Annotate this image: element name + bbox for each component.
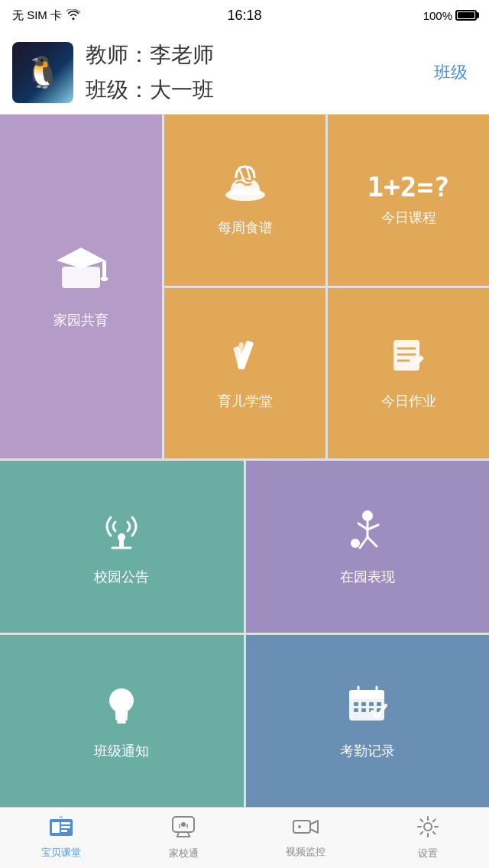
header: 教师：李老师 班级：大一班 班级 bbox=[0, 31, 489, 115]
attendance-icon bbox=[345, 682, 390, 734]
tab-baobei-label: 宝贝课堂 bbox=[41, 846, 81, 860]
status-bar: 无 SIM 卡 16:18 100% bbox=[0, 0, 489, 31]
row-4: 班级通知 bbox=[0, 635, 489, 807]
performance-tile[interactable]: 在园表现 bbox=[246, 461, 490, 633]
svg-point-51 bbox=[424, 823, 432, 831]
svg-rect-37 bbox=[361, 708, 366, 712]
status-right: 100% bbox=[423, 9, 477, 22]
homework-icon bbox=[387, 336, 429, 384]
header-info: 教师：李老师 班级：大一班 bbox=[73, 40, 425, 105]
course-label: 今日课程 bbox=[381, 209, 436, 227]
battery-percentage: 100% bbox=[423, 9, 452, 22]
svg-point-50 bbox=[298, 825, 301, 828]
row-1-2: 家园共育 bbox=[0, 115, 489, 458]
homework-label: 今日作业 bbox=[381, 392, 436, 410]
tab-settings-icon bbox=[416, 815, 439, 844]
svg-marker-1 bbox=[57, 248, 105, 268]
main-content: 家园共育 bbox=[0, 115, 489, 807]
tab-jiaxiao-icon bbox=[171, 815, 196, 844]
svg-rect-33 bbox=[361, 702, 366, 706]
status-time: 16:18 bbox=[227, 8, 261, 24]
announcement-icon bbox=[99, 508, 144, 560]
svg-rect-32 bbox=[354, 702, 358, 706]
svg-rect-29 bbox=[349, 696, 384, 699]
tab-bar: 宝贝课堂 家校通 视频监控 bbox=[0, 807, 489, 868]
svg-rect-35 bbox=[377, 702, 381, 706]
svg-line-6 bbox=[247, 167, 250, 178]
svg-point-18 bbox=[362, 510, 373, 521]
wifi-icon bbox=[66, 9, 80, 22]
signal-text: 无 SIM 卡 bbox=[12, 8, 62, 23]
svg-rect-2 bbox=[102, 261, 106, 277]
attendance-tile[interactable]: 考勤记录 bbox=[246, 635, 490, 807]
tab-jiaxiao-label: 家校通 bbox=[169, 847, 199, 860]
tab-jiaxiao[interactable]: 家校通 bbox=[122, 808, 244, 868]
notice-tile[interactable]: 班级通知 bbox=[0, 635, 244, 807]
homework-tile[interactable]: 今日作业 bbox=[328, 288, 489, 459]
jiayuan-label: 家园共育 bbox=[53, 311, 108, 329]
svg-rect-25 bbox=[115, 717, 128, 721]
announcement-tile[interactable]: 校园公告 bbox=[0, 461, 244, 633]
food-label: 每周食谱 bbox=[218, 219, 273, 237]
performance-label: 在园表现 bbox=[340, 568, 395, 586]
tab-video-label: 视频监控 bbox=[286, 845, 325, 859]
svg-rect-36 bbox=[354, 708, 358, 712]
class-button[interactable]: 班级 bbox=[425, 55, 477, 90]
graduation-icon bbox=[50, 244, 112, 303]
svg-point-46 bbox=[181, 822, 186, 827]
svg-rect-16 bbox=[119, 537, 124, 548]
avatar bbox=[12, 42, 73, 103]
svg-rect-44 bbox=[61, 830, 67, 832]
svg-line-22 bbox=[360, 537, 368, 548]
course-tile[interactable]: 1+2=? 今日课程 bbox=[328, 115, 489, 286]
attendance-label: 考勤记录 bbox=[340, 742, 395, 760]
announcement-label: 校园公告 bbox=[94, 568, 149, 586]
tab-settings[interactable]: 设置 bbox=[367, 808, 489, 868]
class-name: 班级：大一班 bbox=[86, 76, 425, 105]
svg-line-23 bbox=[368, 537, 377, 546]
parenting-tile[interactable]: 育儿学堂 bbox=[164, 288, 325, 459]
svg-rect-26 bbox=[117, 721, 126, 724]
svg-rect-43 bbox=[61, 826, 70, 828]
svg-point-24 bbox=[351, 539, 360, 548]
svg-rect-41 bbox=[52, 822, 60, 833]
teacher-name: 教师：李老师 bbox=[86, 40, 425, 70]
status-left: 无 SIM 卡 bbox=[12, 8, 80, 23]
parenting-label: 育儿学堂 bbox=[218, 392, 273, 410]
svg-line-21 bbox=[368, 525, 378, 530]
svg-line-20 bbox=[358, 523, 368, 530]
svg-rect-49 bbox=[293, 821, 310, 833]
svg-rect-42 bbox=[61, 822, 70, 824]
jiayuan-tile[interactable]: 家园共育 bbox=[0, 115, 162, 458]
svg-rect-34 bbox=[369, 702, 374, 706]
tab-baobei-icon bbox=[48, 816, 74, 843]
battery-icon bbox=[455, 10, 477, 21]
tab-baobei[interactable]: 宝贝课堂 bbox=[0, 808, 122, 868]
tab-settings-label: 设置 bbox=[418, 847, 438, 860]
food-tile[interactable]: 每周食谱 bbox=[164, 115, 325, 286]
notice-icon bbox=[99, 682, 144, 734]
svg-point-3 bbox=[101, 277, 108, 281]
parenting-icon bbox=[224, 336, 266, 384]
food-icon bbox=[222, 163, 268, 211]
course-icon: 1+2=? bbox=[367, 173, 449, 201]
performance-icon bbox=[345, 508, 390, 560]
row-3: 校园公告 在园表现 bbox=[0, 461, 489, 633]
tab-video-icon bbox=[292, 817, 319, 842]
tab-video[interactable]: 视频监控 bbox=[244, 808, 367, 868]
svg-rect-0 bbox=[62, 267, 100, 288]
notice-label: 班级通知 bbox=[94, 742, 149, 760]
